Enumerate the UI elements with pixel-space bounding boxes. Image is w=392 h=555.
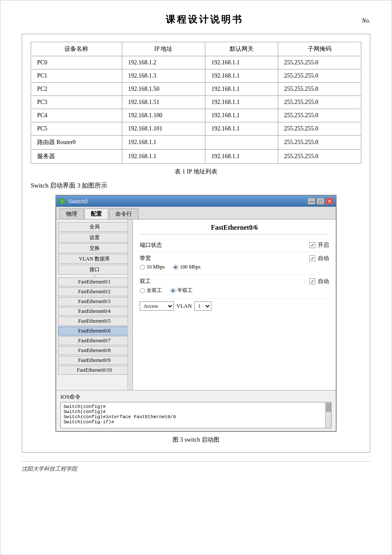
bandwidth-auto-checkbox[interactable]: ✓ — [309, 255, 315, 261]
vlan-select[interactable]: 1 — [194, 301, 211, 311]
bandwidth-row: 带宽 ✓ 自动 10 Mbps — [140, 252, 329, 275]
bandwidth-options: 10 Mbps 100 Mbps — [140, 262, 329, 272]
radio-10mbps[interactable] — [140, 265, 145, 270]
tab-wuli[interactable]: 物理 — [60, 208, 84, 219]
bandwidth-10mbps[interactable]: 10 Mbps — [140, 264, 164, 270]
tab-mingLing[interactable]: 命令行 — [109, 208, 138, 219]
ios-line: Switch(config)#interface FastEthernet0/6 — [63, 414, 322, 419]
col-header-ip: IP 地址 — [122, 42, 205, 56]
table-cell: 255.255.255.0 — [278, 136, 361, 150]
btn-fe02[interactable]: FastEthernet0/2 — [58, 287, 131, 296]
vlan-label: VLAN — [176, 303, 192, 309]
page: 课程设计说明书 No. 设备名称 IP 地址 默认网关 子网掩码 PC0192.… — [0, 0, 392, 555]
table-cell: 192.168.1.1 — [205, 56, 278, 69]
table-cell: 192.168.1.51 — [122, 96, 205, 109]
table-cell: 255.255.255.0 — [278, 150, 361, 164]
btn-fe03[interactable]: FastEthernet0/3 — [58, 297, 131, 306]
switch-intro: Switch 启动界面 3 如图所示 — [31, 182, 361, 190]
table-row: 路由器 Router0192.168.1.1255.255.255.0 — [31, 136, 361, 150]
table-cell: 255.255.255.0 — [278, 96, 361, 109]
interface-title: FastEthernet0/6 — [140, 224, 329, 234]
table-caption: 表 1 IP 地址列表 — [31, 168, 361, 176]
duplex-full[interactable]: 全双工 — [140, 287, 162, 294]
duplex-label: 双工 — [140, 278, 151, 285]
btn-fe09[interactable]: FastEthernet0/9 — [58, 356, 131, 365]
left-scrollbar[interactable] — [127, 220, 133, 390]
bandwidth-100mbps[interactable]: 100 Mbps — [173, 264, 200, 270]
btn-fe04[interactable]: FastEthernet0/4 — [58, 307, 131, 316]
port-status-checkbox[interactable]: ✓ — [309, 242, 315, 248]
maximize-button[interactable]: □ — [317, 198, 324, 205]
col-header-gateway: 默认网关 — [205, 42, 278, 56]
btn-jiaohuan[interactable]: 交换 — [58, 243, 131, 253]
radio-100mbps[interactable] — [173, 265, 178, 270]
table-header-row: 设备名称 IP 地址 默认网关 子网掩码 — [31, 42, 361, 56]
duplex-half[interactable]: 半双工 — [170, 287, 193, 294]
port-status-row: 端口状态 ✓ 开启 — [140, 239, 329, 252]
switch-tabs: 物理 配置 命令行 — [56, 207, 336, 220]
btn-shezhi[interactable]: 设置 — [58, 233, 131, 243]
ios-line: Switch(config-if)# — [63, 419, 322, 425]
btn-fe05[interactable]: FastEthernet0/5 — [58, 317, 131, 326]
bandwidth-auto-right: ✓ 自动 — [309, 254, 329, 262]
btn-vlan[interactable]: VLAN 数据库 — [58, 254, 131, 264]
table-cell: 255.255.255.0 — [278, 56, 361, 69]
table-cell: 192.168.1.3 — [122, 69, 205, 83]
switch-titlebar: Switch0 — □ ✕ — [56, 196, 336, 207]
btn-quanju[interactable]: 全局 — [58, 222, 131, 232]
duplex-auto-label: 自动 — [318, 278, 329, 285]
close-button[interactable]: ✕ — [326, 198, 333, 205]
btn-fe01[interactable]: FastEthernet0/1 — [58, 278, 131, 286]
table-cell: 服务器 — [31, 150, 122, 164]
radio-half-duplex[interactable] — [170, 288, 176, 293]
access-select[interactable]: Access — [140, 301, 174, 311]
col-header-device: 设备名称 — [31, 42, 122, 56]
bandwidth-10mbps-label: 10 Mbps — [147, 264, 164, 270]
port-status-checkbox-label: 开启 — [318, 241, 329, 249]
switch-window-title: Switch0 — [68, 198, 88, 205]
btn-fe07[interactable]: FastEthernet0/7 — [58, 336, 131, 345]
btn-fe08[interactable]: FastEthernet0/8 — [58, 346, 131, 355]
table-cell: PC5 — [31, 122, 122, 136]
table-cell: 255.255.255.0 — [278, 69, 361, 83]
table-cell: PC1 — [31, 69, 122, 83]
ios-label: IOS命令 — [61, 393, 331, 401]
radio-full-duplex[interactable] — [140, 288, 145, 293]
tab-peiZhi[interactable]: 配置 — [84, 208, 108, 219]
port-status-right: ✓ 开启 — [309, 241, 329, 249]
page-no: No. — [362, 17, 370, 24]
fig-caption: 图 3 switch 启动图 — [31, 436, 361, 444]
duplex-row: 双工 ✓ 自动 全双工 — [140, 275, 329, 299]
window-controls[interactable]: — □ ✕ — [308, 198, 333, 205]
table-row: 服务器192.168.1.1192.168.1.1255.255.255.0 — [31, 150, 361, 164]
duplex-auto-right: ✓ 自动 — [309, 278, 329, 285]
btn-fe06[interactable]: FastEthernet0/6 — [58, 327, 131, 335]
table-cell: 192.168.1.101 — [122, 122, 205, 136]
duplex-auto-checkbox[interactable]: ✓ — [309, 278, 315, 284]
ip-table: 设备名称 IP 地址 默认网关 子网掩码 PC0192.168.1.2192.1… — [31, 42, 361, 164]
ios-terminal[interactable]: Switch(config)#Switch(config)#Switch(con… — [61, 402, 331, 428]
table-cell: 255.255.255.0 — [278, 83, 361, 96]
duplex-half-label: 半双工 — [177, 287, 193, 294]
duplex-full-label: 全双工 — [147, 287, 162, 294]
btn-fe010[interactable]: FastEthernet0/10 — [58, 366, 131, 375]
table-cell: PC3 — [31, 96, 122, 109]
access-vlan-row: Access VLAN 1 — [140, 299, 329, 313]
table-cell: 255.255.255.0 — [278, 109, 361, 122]
table-cell: 192.168.1.1 — [205, 109, 278, 122]
table-row: PC4192.168.1.100192.168.1.1255.255.255.0 — [31, 109, 361, 122]
switch-left-panel: 全局 设置 交换 VLAN 数据库 接口 FastEthernet0/1 Fas… — [56, 220, 133, 390]
main-content-box: 设备名称 IP 地址 默认网关 子网掩码 PC0192.168.1.2192.1… — [22, 34, 370, 453]
page-header: 课程设计说明书 No. — [22, 13, 370, 26]
table-row: PC0192.168.1.2192.168.1.1255.255.255.0 — [31, 56, 361, 69]
ios-scrollbar-thumb — [326, 403, 331, 412]
page-title: 课程设计说明书 — [47, 13, 362, 26]
switch-body: 全局 设置 交换 VLAN 数据库 接口 FastEthernet0/1 Fas… — [56, 220, 336, 390]
col-header-mask: 子网掩码 — [278, 42, 361, 56]
ios-scrollbar[interactable] — [325, 402, 331, 428]
minimize-button[interactable]: — — [308, 198, 315, 205]
table-cell: PC4 — [31, 109, 122, 122]
btn-jiekou[interactable]: 接口 — [58, 265, 131, 275]
table-cell: 192.168.1.1 — [122, 150, 205, 164]
table-cell: 255.255.255.0 — [278, 122, 361, 136]
